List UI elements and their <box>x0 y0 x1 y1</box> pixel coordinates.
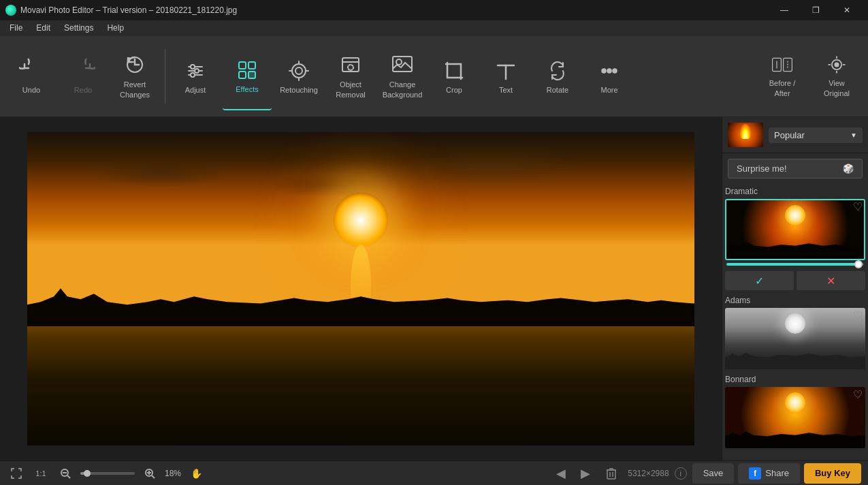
svg-rect-45 <box>607 470 615 479</box>
effect-label-bonnard: Bonnard <box>725 375 865 384</box>
svg-point-21 <box>396 59 402 65</box>
zoom-slider[interactable] <box>80 472 135 475</box>
effect-thumbnail-dramatic[interactable] <box>725 199 865 260</box>
text-button[interactable]: Text <box>481 42 530 110</box>
svg-rect-9 <box>239 72 246 78</box>
svg-line-39 <box>67 475 70 478</box>
previous-image-button[interactable]: ◀ <box>551 464 570 483</box>
fit-button[interactable] <box>7 464 26 483</box>
photo-canvas <box>27 132 694 445</box>
prev-icon: ◀ <box>556 466 566 481</box>
svg-point-26 <box>608 69 611 72</box>
title-text: Movavi Photo Editor – Trial version – 20… <box>20 5 237 15</box>
effect-silhouette-dramatic <box>726 235 864 259</box>
surprise-label: Surprise me! <box>737 163 787 174</box>
category-dropdown[interactable]: Popular ▼ <box>769 127 863 143</box>
favorite-adams[interactable]: ♡ <box>853 309 863 322</box>
view-original-label: ViewOriginal <box>824 78 850 98</box>
menu-settings[interactable]: Settings <box>57 22 100 34</box>
toolbar: Undo Redo RevertChanges Adjust <box>0 35 868 117</box>
dice-icon: 🎲 <box>843 163 854 174</box>
svg-rect-20 <box>393 57 412 72</box>
confirm-button[interactable]: ✓ <box>725 271 794 290</box>
next-icon: ▶ <box>581 466 590 481</box>
effect-item-bonnard: Bonnard ♡ <box>725 375 865 448</box>
menu-help[interactable]: Help <box>100 22 131 34</box>
effect-silhouette-bonnard <box>725 424 865 448</box>
right-panel: Popular ▼ Surprise me! 🎲 Dramatic ♡ <box>722 117 868 460</box>
action-buttons: Save f Share Buy Key <box>692 463 861 484</box>
toolbar-separator-1 <box>165 49 165 104</box>
undo-button[interactable]: Undo <box>7 42 56 110</box>
svg-point-27 <box>613 69 617 72</box>
crop-label: Crop <box>446 86 462 94</box>
effect-sun-bonnard <box>785 392 805 413</box>
cancel-button[interactable]: ✕ <box>797 271 865 290</box>
delete-button[interactable] <box>600 464 622 483</box>
window-controls: — ❐ ✕ <box>769 0 863 20</box>
redo-button[interactable]: Redo <box>59 42 108 110</box>
effect-actions-dramatic: ✓ ✕ <box>725 271 865 290</box>
status-bar: 1:1 18% ✋ ◀ ▶ <box>0 460 868 485</box>
adjust-button[interactable]: Adjust <box>171 42 220 110</box>
facebook-icon: f <box>749 467 761 480</box>
buy-key-button[interactable]: Buy Key <box>804 463 861 484</box>
svg-line-42 <box>152 475 155 478</box>
zoom-in-button[interactable] <box>140 464 159 483</box>
view-original-button[interactable]: ViewOriginal <box>812 42 861 110</box>
zoom-actual-label: 1:1 <box>35 469 46 478</box>
save-button[interactable]: Save <box>692 463 735 484</box>
photo-sun <box>334 193 388 247</box>
retouching-button[interactable]: Retouching <box>274 42 323 110</box>
minimize-button[interactable]: — <box>769 0 800 20</box>
effect-thumbnail-bonnard[interactable] <box>725 387 865 448</box>
close-button[interactable]: ✕ <box>831 0 863 20</box>
svg-point-25 <box>602 69 606 72</box>
next-image-button[interactable]: ▶ <box>576 464 595 483</box>
object-removal-button[interactable]: ObjectRemoval <box>326 42 375 110</box>
svg-rect-7 <box>239 62 246 69</box>
info-button[interactable]: i <box>675 467 687 480</box>
zoom-actual-button[interactable]: 1:1 <box>31 464 50 483</box>
before-after-label: Before /After <box>769 78 796 98</box>
surprise-button[interactable]: Surprise me! 🎲 <box>728 159 863 178</box>
more-label: More <box>600 86 617 94</box>
effects-button[interactable]: Effects <box>223 42 272 110</box>
revert-label: RevertChanges <box>120 80 150 99</box>
slider-container-dramatic <box>725 260 865 268</box>
revert-button[interactable]: RevertChanges <box>110 42 159 110</box>
before-after-button[interactable]: Before /After <box>758 42 807 110</box>
toolbar-right: Before /After ViewOriginal <box>758 42 861 110</box>
pan-tool-button[interactable]: ✋ <box>187 464 206 483</box>
favorite-dramatic[interactable]: ♡ <box>853 200 863 213</box>
change-background-button[interactable]: ChangeBackground <box>378 42 427 110</box>
panel-header: Popular ▼ <box>722 117 868 153</box>
share-button[interactable]: f Share <box>738 463 800 484</box>
favorite-bonnard[interactable]: ♡ <box>853 388 863 401</box>
effect-thumbnail-adams[interactable] <box>725 308 865 369</box>
menu-bar: File Edit Settings Help <box>0 20 868 35</box>
app-icon <box>5 5 16 16</box>
effect-label-dramatic: Dramatic <box>725 187 865 196</box>
crop-button[interactable]: Crop <box>430 42 479 110</box>
zoom-percentage: 18% <box>165 469 181 478</box>
menu-edit[interactable]: Edit <box>29 22 57 34</box>
menu-file[interactable]: File <box>3 22 29 34</box>
zoom-out-button[interactable] <box>56 464 75 483</box>
effect-item-dramatic: Dramatic ♡ ✓ ✕ <box>725 187 865 290</box>
pan-icon: ✋ <box>191 468 202 479</box>
svg-rect-22 <box>447 64 461 78</box>
rotate-button[interactable]: Rotate <box>533 42 582 110</box>
text-label: Text <box>499 86 513 94</box>
effect-slider-dramatic[interactable] <box>726 263 864 266</box>
svg-point-12 <box>295 67 302 74</box>
effect-sun-adams <box>785 313 805 334</box>
title-bar-left: Movavi Photo Editor – Trial version – 20… <box>5 5 237 16</box>
panel-thumbnail <box>728 123 763 147</box>
effects-label: Effects <box>236 85 258 93</box>
change-background-label: ChangeBackground <box>383 80 423 99</box>
maximize-button[interactable]: ❐ <box>800 0 831 20</box>
title-bar: Movavi Photo Editor – Trial version – 20… <box>0 0 868 20</box>
more-button[interactable]: More <box>585 42 634 110</box>
effect-item-adams: Adams ♡ <box>725 296 865 369</box>
